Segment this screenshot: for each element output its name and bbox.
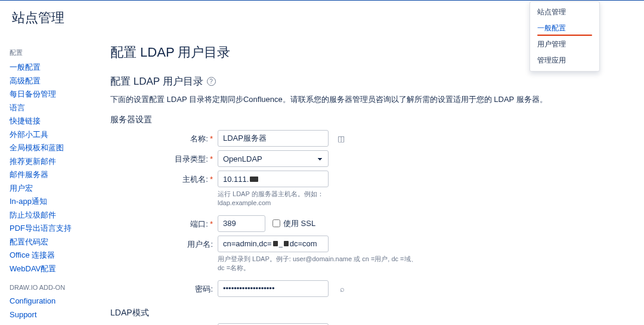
basedn-input[interactable]: dc= j,dc=com bbox=[218, 323, 329, 325]
sidebar-group-drawio: DRAW.IO ADD-ON bbox=[10, 284, 92, 291]
sidebar-item-office[interactable]: Office 连接器 bbox=[10, 249, 92, 262]
sidebar-item-backup[interactable]: 每日备份管理 bbox=[10, 88, 92, 101]
user-help: 用户登录到 LDAP。例子: user@domain.name 或 cn =用户… bbox=[218, 255, 420, 273]
section-description: 下面的设置配置 LDAP 目录将定期同步Confluence。请联系您的服务器管… bbox=[110, 94, 644, 105]
sidebar-item-spam[interactable]: 防止垃圾邮件 bbox=[10, 209, 92, 222]
address-book-icon: ◫ bbox=[338, 134, 345, 143]
sidebar-item-codemacro[interactable]: 配置代码宏 bbox=[10, 236, 92, 249]
sidebar-item-gadgets[interactable]: 外部小工具 bbox=[10, 128, 92, 142]
sidebar-item-templates[interactable]: 全局模板和蓝图 bbox=[10, 141, 92, 155]
dropdown-item-apps[interactable]: 管理应用 bbox=[530, 52, 599, 69]
ssl-label: 使用 SSL bbox=[283, 218, 315, 229]
port-input[interactable] bbox=[218, 215, 265, 232]
host-input[interactable]: 10.111. bbox=[218, 171, 329, 187]
sidebar-item-mailserver[interactable]: 邮件服务器 bbox=[10, 168, 92, 182]
server-settings-heading: 服务器设置 bbox=[110, 114, 644, 125]
dropdown-item-general[interactable]: 一般配置 bbox=[530, 20, 599, 36]
section-title: 配置 LDAP 用户目录 ? bbox=[110, 75, 644, 88]
ssl-checkbox-wrap[interactable]: 使用 SSL bbox=[273, 218, 315, 229]
sidebar-item-webdav[interactable]: WebDAV配置 bbox=[10, 262, 92, 276]
sidebar-item-recommended[interactable]: 推荐更新邮件 bbox=[10, 155, 92, 169]
dropdown-item-site[interactable]: 站点管理 bbox=[530, 4, 599, 20]
section-title-text: 配置 LDAP 用户目录 bbox=[110, 75, 203, 88]
sidebar-item-usermacro[interactable]: 用户宏 bbox=[10, 182, 92, 196]
host-label: 主机名:* bbox=[110, 171, 218, 185]
basedn-label: 基本DN: bbox=[110, 323, 218, 325]
sidebar: 配置 一般配置 高级配置 每日备份管理 语言 快捷链接 外部小工具 全局模板和蓝… bbox=[0, 38, 92, 325]
port-label: 端口:* bbox=[110, 215, 218, 230]
user-label: 用户名: bbox=[110, 236, 218, 250]
password-label: 密码: bbox=[110, 280, 218, 295]
sidebar-item-language[interactable]: 语言 bbox=[10, 101, 92, 115]
sidebar-group-config: 配置 bbox=[10, 48, 92, 57]
main-content: 配置 LDAP 用户目录 配置 LDAP 用户目录 ? 下面的设置配置 LDAP… bbox=[92, 38, 644, 325]
password-input[interactable] bbox=[218, 280, 329, 297]
ldap-mode-heading: LDAP模式 bbox=[110, 308, 644, 318]
sidebar-item-drawio-support[interactable]: Support bbox=[10, 308, 92, 322]
type-label: 目录类型:* bbox=[110, 150, 218, 165]
name-label: 名称:* bbox=[110, 130, 218, 144]
breadcrumb-dropdown: 站点管理 一般配置 用户管理 管理应用 bbox=[530, 1, 600, 72]
key-icon: ⌕ bbox=[340, 284, 345, 293]
sidebar-item-drawio-config[interactable]: Configuration bbox=[10, 295, 92, 308]
sidebar-item-advanced[interactable]: 高级配置 bbox=[10, 75, 92, 88]
name-input[interactable] bbox=[218, 130, 329, 147]
ssl-checkbox[interactable] bbox=[273, 219, 280, 227]
header-title: 站点管理 bbox=[12, 9, 64, 27]
type-select[interactable]: OpenLDAP bbox=[218, 150, 329, 167]
sidebar-item-pdf[interactable]: PDF导出语言支持 bbox=[10, 222, 92, 236]
sidebar-item-inapp[interactable]: In-app通知 bbox=[10, 195, 92, 209]
sidebar-item-general[interactable]: 一般配置 bbox=[10, 61, 92, 75]
help-icon[interactable]: ? bbox=[207, 77, 216, 86]
user-input[interactable]: cn=admin,dc=_ dc=com bbox=[218, 236, 329, 252]
dropdown-item-users[interactable]: 用户管理 bbox=[530, 36, 599, 52]
host-help: 运行 LDAP 的服务器主机名。例如： ldap.example.com bbox=[218, 190, 349, 208]
sidebar-item-shortcuts[interactable]: 快捷链接 bbox=[10, 114, 92, 128]
